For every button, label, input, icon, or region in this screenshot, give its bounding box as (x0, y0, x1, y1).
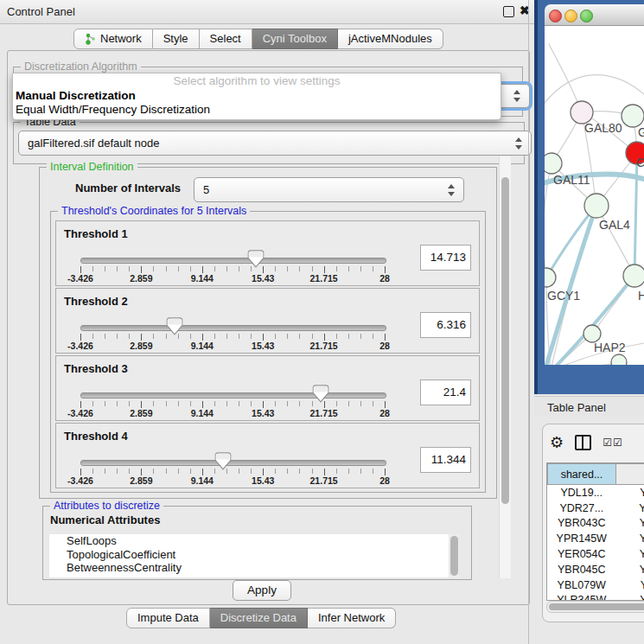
table-data-combo[interactable]: galFiltered.sif default node (18, 131, 532, 156)
threshold-value-field[interactable]: 11.344 (420, 447, 471, 473)
numerical-attributes-list[interactable]: SelfLoopsTopologicalCoefficientBetweenne… (49, 534, 449, 577)
slider-tick-label: 9.144 (191, 408, 214, 418)
table-cell[interactable]: YPR1 (616, 531, 644, 546)
network-edge[interactable] (634, 153, 637, 276)
threshold-slider-track[interactable] (80, 460, 386, 466)
threshold-value-field[interactable]: 14.713 (420, 245, 471, 271)
threshold-slider-thumb[interactable] (215, 452, 232, 470)
network-canvas[interactable]: GAL80GACGAL11GAL4GCY1HHAP2 (545, 26, 644, 365)
table-cell[interactable]: YDL1 (616, 485, 644, 501)
table-hscrollbar-thumb[interactable] (549, 603, 644, 610)
threshold-value-field[interactable]: 6.316 (420, 312, 471, 338)
threshold-slider-thumb[interactable] (167, 317, 183, 335)
minimize-traffic-light-icon[interactable] (564, 10, 577, 22)
table-row[interactable]: YBR045CYBR0 (548, 562, 644, 577)
table-row[interactable]: YPR145WYPR1 (548, 531, 644, 546)
tab-style[interactable]: Style (153, 29, 200, 49)
panel-scrollbar[interactable] (499, 156, 511, 578)
gear-icon[interactable]: ⚙ (550, 435, 564, 450)
node-bottom[interactable] (611, 354, 627, 365)
slider-major-tick (324, 266, 325, 273)
table-cell[interactable]: YPR145W (548, 531, 616, 546)
algorithm-option-manual-discretization[interactable]: Manual Discretization (13, 89, 501, 103)
number-of-intervals-combo[interactable]: 5 (194, 177, 464, 202)
table-cell[interactable]: YBR043C (548, 516, 616, 532)
table-cell[interactable]: YLR345W (548, 593, 616, 601)
table-row[interactable]: YDR27...YDR2 (548, 501, 644, 516)
apply-button[interactable]: Apply (233, 580, 291, 601)
tab-label: Discretize Data (220, 609, 296, 628)
tab-select[interactable]: Select (200, 29, 252, 49)
table-cell[interactable]: YBR0 (616, 516, 644, 532)
attribute-item[interactable]: BetweennessCentrality (49, 561, 449, 575)
attributes-scrollbar-thumb[interactable] (450, 536, 458, 576)
tab-infer-network[interactable]: Infer Network (308, 608, 396, 628)
table-row[interactable]: YDL19...YDL1 (548, 485, 644, 501)
slider-tick-label: 28 (379, 475, 390, 486)
table-row[interactable]: YBL079WYBL0 (548, 577, 644, 593)
slider-major-tick (80, 334, 81, 341)
attribute-item[interactable]: TopologicalCoefficient (49, 548, 449, 562)
table-row[interactable]: YLR345WYLR3 (548, 593, 644, 601)
number-of-intervals-label: Number of Intervals (75, 182, 181, 194)
table-cell[interactable]: YDR2 (616, 501, 644, 516)
threshold-value-field[interactable]: 21.4 (420, 379, 471, 405)
threshold-slider-track[interactable] (80, 258, 386, 264)
combo-stepper-icon (515, 137, 523, 150)
thresholds-group: Threshold's Coordinates for 5 Intervals … (50, 211, 486, 493)
tab-discretize-data[interactable]: Discretize Data (210, 608, 308, 628)
zoom-traffic-light-icon[interactable] (580, 10, 593, 22)
network-edge[interactable] (546, 206, 596, 277)
threshold-slider-track[interactable] (80, 325, 386, 331)
attribute-table[interactable]: shared...n... YDL19...YDL1YDR27...YDR2YB… (546, 462, 644, 601)
table-cell[interactable]: YER054C (548, 546, 616, 562)
table-row[interactable]: YER054CYER0 (548, 546, 644, 562)
attributes-list-scrollbar[interactable] (450, 534, 459, 577)
table-cell[interactable]: YBL079W (548, 577, 616, 593)
algorithm-placeholder-item[interactable]: Select algorithm to view settings (13, 73, 501, 89)
table-cell[interactable]: YDR27... (548, 501, 616, 516)
slider-tick-label: 15.43 (252, 475, 274, 486)
slider-major-tick (263, 401, 264, 408)
network-edge[interactable] (545, 75, 644, 103)
tab-jactivemnodules[interactable]: jActiveMNodules (338, 29, 443, 49)
network-window-titlebar[interactable] (545, 4, 644, 26)
table-header-row[interactable]: shared...n... (548, 464, 644, 485)
combo-stepper-icon (448, 184, 456, 196)
table-cell[interactable]: YLR3 (616, 593, 644, 601)
attribute-item[interactable]: SelfLoops (49, 534, 449, 548)
column-header-n-[interactable]: n... (616, 464, 644, 485)
columns-icon[interactable] (575, 435, 591, 450)
threshold-slider-thumb[interactable] (313, 385, 329, 403)
algorithm-option-equal-width-frequency-discretization[interactable]: Equal Width/Frequency Discretization (13, 103, 501, 117)
slider-major-tick (385, 401, 386, 408)
network-window: GAL80GACGAL11GAL4GCY1HHAP2 (545, 4, 644, 394)
table-cell[interactable]: YDL19... (548, 485, 616, 501)
table-hscrollbar[interactable] (546, 601, 644, 613)
node-gal11[interactable] (545, 153, 562, 174)
panel-scrollbar-thumb[interactable] (501, 177, 509, 504)
tab-cyni-toolbox[interactable]: Cyni Toolbox (252, 29, 338, 49)
column-header-shared-[interactable]: shared... (548, 464, 616, 485)
table-cell[interactable]: YBL0 (616, 577, 644, 593)
node-h[interactable] (623, 265, 644, 287)
table-cell[interactable]: YER0 (616, 546, 644, 562)
tab-impute-data[interactable]: Impute Data (126, 608, 210, 628)
node-gcy1[interactable] (545, 268, 556, 287)
node-top-right[interactable] (622, 105, 644, 127)
table-row[interactable]: YBR043CYBR0 (548, 516, 644, 532)
close-traffic-light-icon[interactable] (549, 10, 562, 22)
desktop-left-edge (534, 0, 538, 394)
node-hap2[interactable] (583, 325, 601, 342)
float-panel-icon[interactable] (503, 6, 514, 17)
threshold-slider-thumb[interactable] (248, 250, 265, 268)
table-cell[interactable]: YBR0 (616, 562, 644, 577)
node-gal4[interactable] (584, 194, 609, 218)
threshold-label: Threshold 1 (64, 227, 128, 240)
discretization-algorithm-group-label: Discretization Algorithm (21, 61, 141, 73)
threshold-slider-track[interactable] (80, 392, 386, 399)
table-cell[interactable]: YBR045C (548, 562, 616, 577)
tab-network[interactable]: Network (73, 29, 153, 49)
thresholds-group-label: Threshold's Coordinates for 5 Intervals (58, 205, 250, 217)
select-all-checkbox-icon[interactable]: ☑☑ (603, 437, 623, 449)
